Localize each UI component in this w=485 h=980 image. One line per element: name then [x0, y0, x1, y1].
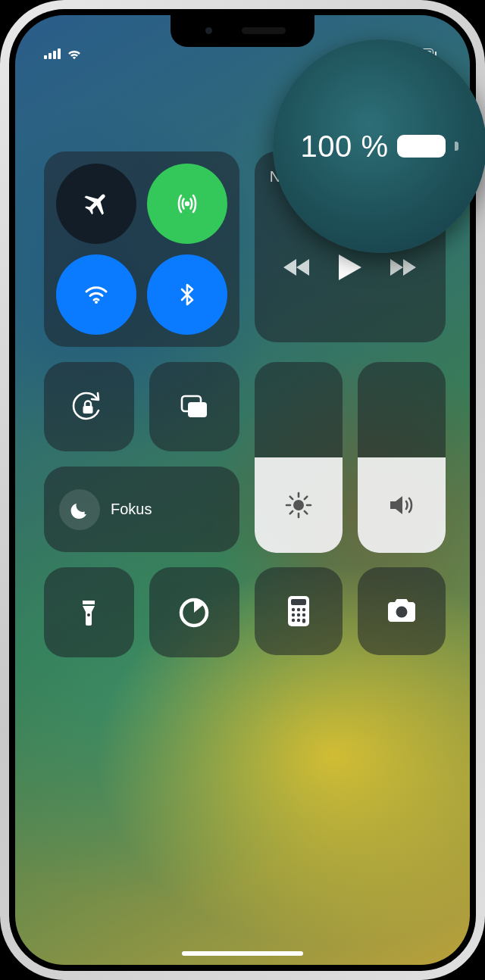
volume-icon [386, 489, 418, 521]
home-indicator[interactable] [182, 951, 303, 956]
brightness-empty [255, 362, 343, 457]
svg-point-22 [296, 613, 299, 616]
svg-rect-17 [291, 599, 306, 605]
svg-point-1 [95, 301, 98, 304]
calculator-button[interactable] [255, 567, 343, 655]
airplane-icon [81, 189, 111, 219]
svg-point-25 [296, 619, 299, 622]
rewind-icon[interactable] [283, 257, 311, 277]
svg-point-20 [302, 608, 305, 611]
volume-slider[interactable] [358, 362, 446, 553]
svg-point-0 [185, 201, 189, 206]
play-icon[interactable] [339, 254, 361, 280]
svg-line-11 [304, 511, 307, 514]
screen-mirroring-button[interactable] [149, 362, 239, 452]
flashlight-icon [72, 596, 105, 629]
focus-button[interactable]: Fokus [44, 467, 239, 552]
svg-point-23 [302, 613, 305, 616]
status-left [44, 48, 83, 60]
cellular-signal-icon [44, 48, 61, 59]
camera-icon [383, 596, 420, 626]
cellular-data-toggle[interactable] [147, 164, 227, 244]
brightness-icon [283, 490, 314, 520]
svg-line-12 [289, 511, 293, 514]
screen-mirroring-icon [175, 388, 213, 426]
svg-point-24 [291, 619, 294, 622]
timer-button[interactable] [149, 567, 239, 657]
fast-forward-icon[interactable] [389, 257, 416, 277]
zoom-battery-text: 100 % [301, 130, 389, 164]
zoom-callout: 100 % [273, 39, 485, 253]
airplane-mode-toggle[interactable] [56, 164, 136, 244]
orientation-lock-button[interactable] [44, 362, 134, 452]
wifi-icon [66, 48, 83, 60]
svg-rect-2 [83, 406, 93, 414]
calculator-icon [283, 594, 314, 629]
svg-point-5 [293, 500, 304, 510]
connectivity-module[interactable] [44, 151, 239, 347]
svg-line-10 [289, 496, 293, 499]
bluetooth-toggle[interactable] [147, 254, 227, 335]
battery-icon [397, 135, 446, 158]
brightness-fill [255, 457, 343, 553]
timer-icon [177, 595, 211, 630]
svg-point-14 [87, 613, 90, 616]
flashlight-button[interactable] [44, 567, 134, 657]
notch [171, 15, 314, 47]
svg-rect-4 [188, 402, 207, 417]
svg-point-27 [396, 607, 407, 618]
svg-point-19 [296, 608, 299, 611]
camera-button[interactable] [358, 567, 446, 655]
wifi-icon [80, 279, 112, 311]
volume-empty [358, 362, 446, 457]
focus-label: Fokus [111, 501, 152, 518]
svg-rect-26 [302, 619, 305, 623]
rotation-lock-icon [70, 388, 108, 426]
moon-icon [59, 489, 100, 530]
svg-line-13 [304, 496, 307, 499]
brightness-slider[interactable] [255, 362, 343, 553]
svg-point-21 [291, 613, 294, 616]
wifi-toggle[interactable] [56, 254, 136, 335]
volume-fill [358, 457, 446, 553]
bluetooth-icon [173, 280, 202, 309]
svg-point-18 [291, 608, 294, 611]
antenna-icon [171, 188, 203, 220]
battery-tip-icon [455, 142, 458, 151]
